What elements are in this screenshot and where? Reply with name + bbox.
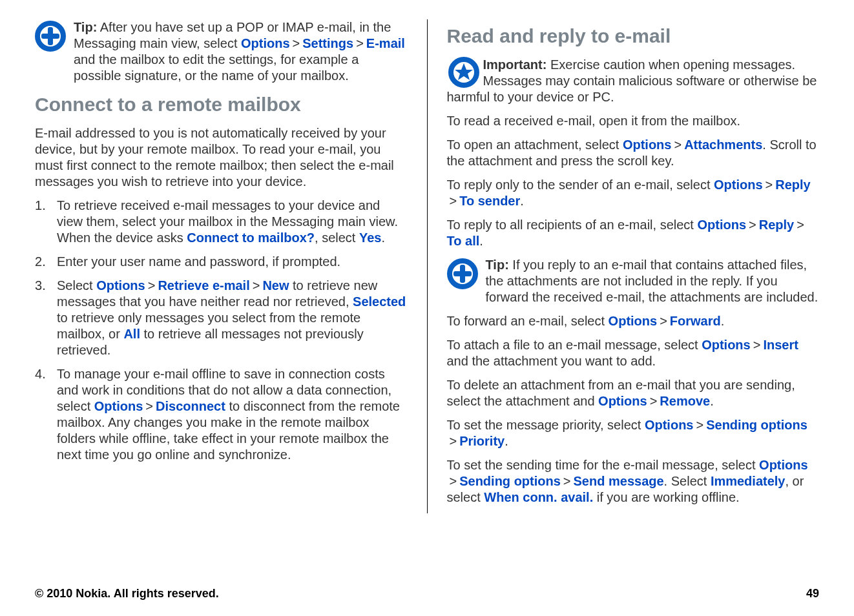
ui-attachments: Attachments bbox=[684, 138, 762, 152]
ui-immediately: Immediately bbox=[711, 474, 786, 488]
ui-options: Options bbox=[714, 178, 763, 192]
step-3: Select Options>Retrieve e-mail>New to re… bbox=[35, 278, 408, 358]
ui-remove: Remove bbox=[660, 394, 710, 408]
p-attach-open: To open an attachment, select Options>At… bbox=[447, 137, 820, 169]
ui-options: Options bbox=[598, 394, 647, 408]
svg-rect-2 bbox=[41, 34, 59, 39]
ui-retrieve-email: Retrieve e-mail bbox=[158, 278, 249, 293]
svg-rect-7 bbox=[453, 271, 472, 276]
ui-to-all: To all bbox=[447, 234, 480, 248]
ui-selected: Selected bbox=[353, 294, 406, 309]
tip-text: Tip: After you have set up a POP or IMAP… bbox=[74, 19, 408, 84]
page-footer: © 2010 Nokia. All rights reserved. 49 bbox=[35, 587, 819, 601]
ui-when-conn-avail: When conn. avail. bbox=[484, 490, 593, 504]
ui-connect-mailbox: Connect to mailbox? bbox=[187, 231, 315, 245]
tip-label: Tip: bbox=[486, 258, 509, 272]
ui-to-sender: To sender bbox=[459, 194, 520, 208]
ui-reply: Reply bbox=[759, 218, 794, 232]
step-1: To retrieve received e-mail messages to … bbox=[35, 198, 408, 246]
connect-intro: E-mail addressed to you is not automatic… bbox=[35, 125, 408, 190]
tip-plus-icon bbox=[447, 257, 478, 305]
ui-new: New bbox=[262, 278, 289, 293]
ui-priority: Priority bbox=[459, 434, 505, 448]
important-label: Important: bbox=[483, 57, 547, 72]
step-2: Enter your user name and password, if pr… bbox=[35, 254, 408, 270]
tip-note-reply: Tip: If you reply to an e-mail that cont… bbox=[447, 257, 820, 305]
ui-send-message: Send message bbox=[574, 474, 664, 488]
document-page: Tip: After you have set up a POP or IMAP… bbox=[0, 0, 854, 513]
svg-marker-4 bbox=[455, 63, 473, 80]
p-attach-file: To attach a file to an e-mail message, s… bbox=[447, 337, 820, 369]
p-reply-sender: To reply only to the sender of an e-mail… bbox=[447, 177, 820, 209]
ui-sending-options: Sending options bbox=[706, 418, 807, 432]
tip-text: Tip: If you reply to an e-mail that cont… bbox=[486, 257, 820, 305]
ui-options: Options bbox=[623, 138, 672, 152]
ui-options: Options bbox=[96, 278, 145, 293]
ui-yes: Yes bbox=[359, 231, 381, 245]
ui-insert: Insert bbox=[763, 338, 798, 352]
section-heading-read-reply: Read and reply to e-mail bbox=[447, 25, 820, 48]
important-star-icon bbox=[447, 57, 481, 88]
step-4: To manage your e-mail offline to save in… bbox=[35, 366, 408, 463]
tip-label: Tip: bbox=[74, 20, 97, 34]
page-number: 49 bbox=[806, 587, 819, 601]
ui-options: Options bbox=[697, 218, 746, 232]
p-reply-all: To reply to all recipients of an e-mail,… bbox=[447, 217, 820, 249]
connect-steps: To retrieve received e-mail messages to … bbox=[35, 198, 408, 463]
ui-disconnect: Disconnect bbox=[156, 399, 225, 413]
section-heading-connect: Connect to a remote mailbox bbox=[35, 93, 408, 116]
right-column: Read and reply to e-mail Important: Exer… bbox=[428, 19, 820, 513]
p-sendtime: To set the sending time for the e-mail m… bbox=[447, 457, 820, 506]
p-forward: To forward an e-mail, select Options>For… bbox=[447, 313, 820, 329]
p-priority: To set the message priority, select Opti… bbox=[447, 417, 820, 449]
p-delete-attach: To delete an attachment from an e-mail t… bbox=[447, 377, 820, 409]
ui-all: All bbox=[123, 327, 140, 341]
tip-plus-icon bbox=[35, 19, 66, 84]
copyright: © 2010 Nokia. All rights reserved. bbox=[35, 587, 219, 601]
p-read: To read a received e-mail, open it from … bbox=[447, 113, 820, 129]
ui-options: Options bbox=[94, 399, 143, 413]
ui-sending-options: Sending options bbox=[459, 474, 561, 488]
left-column: Tip: After you have set up a POP or IMAP… bbox=[35, 19, 428, 513]
ui-options: Options bbox=[241, 36, 290, 50]
ui-email: E-mail bbox=[366, 36, 405, 50]
ui-forward: Forward bbox=[670, 314, 721, 328]
ui-options: Options bbox=[759, 458, 808, 472]
ui-settings: Settings bbox=[302, 36, 353, 50]
ui-reply: Reply bbox=[775, 178, 810, 192]
tip-note: Tip: After you have set up a POP or IMAP… bbox=[35, 19, 408, 84]
important-note: Important: Exercise caution when opening… bbox=[447, 57, 820, 105]
ui-options: Options bbox=[609, 314, 658, 328]
ui-options: Options bbox=[702, 338, 751, 352]
ui-options: Options bbox=[645, 418, 694, 432]
